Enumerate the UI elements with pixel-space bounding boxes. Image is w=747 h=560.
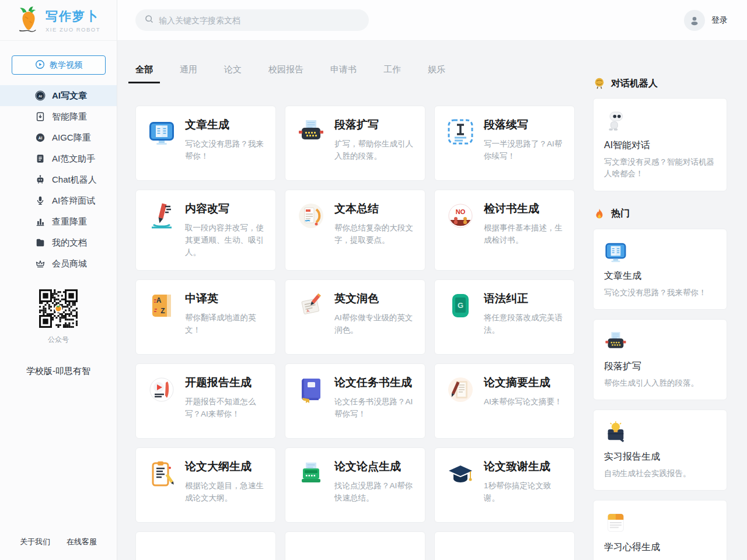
- tool-card-thesis-thanks[interactable]: 论文致谢生成 1秒帮你搞定论文致谢。: [434, 447, 575, 523]
- sidebar-item-my-docs[interactable]: 我的文档: [0, 232, 117, 253]
- grammar-green-icon: G: [446, 292, 474, 342]
- tool-card-thesis-outline[interactable]: 论文大纲生成 根据论文题目，急速生成论文大纲。: [135, 447, 276, 523]
- pen-red-icon: [148, 202, 176, 258]
- carrot-logo-icon: [16, 5, 41, 36]
- svg-text:NO: NO: [456, 208, 466, 215]
- tool-card-grammar-fix[interactable]: G 语法纠正 将任意段落改成完美语法。: [434, 279, 575, 355]
- online-support-link[interactable]: 在线客服: [67, 537, 97, 547]
- tool-card-desc: 帮你翻译成地道的英文！: [185, 312, 264, 336]
- tab-label: 申请书: [330, 64, 357, 74]
- tool-card-desc: 根据论文题目，急速生成论文大纲。: [185, 480, 264, 504]
- tool-card-title: 检讨书生成: [484, 202, 563, 216]
- hot-card-title: 学习心得生成: [604, 541, 716, 554]
- tool-card-desc: AI来帮你写论文摘要！: [484, 396, 562, 408]
- sidebar-item-vip-shop[interactable]: 会员商城: [0, 253, 117, 274]
- tool-cards-grid: 文章生成 写论文没有思路？我来帮你！ 段落扩写 扩写，帮助你生成引人入胜的段落。…: [135, 106, 575, 523]
- tab-application[interactable]: 申请书: [330, 64, 357, 83]
- avatar-icon: [684, 10, 705, 31]
- tool-card-content-rewrite[interactable]: 内容改写 取一段内容并改写，使其更通顺、生动、吸引人。: [135, 190, 276, 271]
- qr-code: [0, 289, 117, 330]
- tab-thesis[interactable]: 论文: [224, 64, 242, 83]
- search-input[interactable]: [159, 16, 360, 25]
- ai-circle-icon: AI: [35, 90, 46, 101]
- tab-all[interactable]: 全部: [135, 64, 153, 83]
- about-us-link[interactable]: 关于我们: [20, 537, 50, 547]
- sidebar-item-sample-helper[interactable]: AI范文助手: [0, 148, 117, 169]
- chatbot-card-desc: 写文章没有灵感？智能对话机器人啥都会！: [604, 156, 716, 180]
- sidebar-item-aigc-reduce[interactable]: AI AIGC降重: [0, 127, 117, 148]
- tool-card-title: 段落续写: [484, 118, 563, 132]
- tool-card-text-summary[interactable]: 文本总结 帮你总结复杂的大段文字，提取要点。: [285, 190, 425, 271]
- tool-card-desc: 找论点没思路？AI帮你快速总结。: [334, 480, 413, 504]
- book-blue-icon: [148, 118, 176, 169]
- tool-card-title: 段落扩写: [334, 118, 413, 132]
- bar-chart-icon: [35, 216, 46, 227]
- tab-label: 工作: [383, 64, 401, 74]
- sidebar-item-chat-robot[interactable]: Chat机器人: [0, 169, 117, 190]
- hot-card-article-gen[interactable]: 文章生成 写论文没有思路？我来帮你！: [593, 229, 727, 310]
- tool-card-desc: 开题报告不知道怎么写？AI来帮你！: [185, 396, 264, 420]
- hot-card-study-reflection[interactable]: 学习心得生成: [593, 500, 727, 560]
- book-blue-icon: [604, 240, 716, 263]
- hot-section-title: 热门: [611, 208, 630, 220]
- login-area[interactable]: 登录: [684, 10, 728, 31]
- svg-text:Z: Z: [160, 307, 165, 315]
- typewriter-dark-icon: [604, 330, 716, 354]
- typewriter-dark-icon: [297, 118, 325, 169]
- sidebar-item-defense[interactable]: AI答辩面试: [0, 190, 117, 211]
- hot-card-paragraph-expand[interactable]: 段落扩写 帮你生成引人入胜的段落。: [593, 319, 727, 400]
- sidebar-item-ai-write[interactable]: AI AI写文章: [0, 85, 117, 106]
- login-label: 登录: [711, 15, 728, 26]
- tool-card-partial[interactable]: [285, 531, 425, 560]
- hot-section-header: 热门: [593, 208, 727, 220]
- tool-card-self-criticism[interactable]: NO 检讨书生成 根据事件基本描述，生成检讨书。: [434, 190, 575, 271]
- az-orange-icon: AZ: [148, 292, 176, 342]
- tool-card-desc: 帮你总结复杂的大段文字，提取要点。: [334, 222, 413, 246]
- tool-card-desc: 写一半没思路了？AI帮你续写！: [484, 138, 563, 162]
- tool-card-partial[interactable]: [135, 531, 276, 560]
- tool-card-proposal-report[interactable]: 开题报告生成 开题报告不知道怎么写？AI来帮你！: [135, 363, 276, 439]
- tool-card-paragraph-expand[interactable]: 段落扩写 扩写，帮助你生成引人入胜的段落。: [285, 106, 425, 181]
- top-bar: 登录: [117, 0, 747, 41]
- tool-card-thesis-argument[interactable]: 论文论点生成 找论点没思路？AI帮你快速总结。: [285, 447, 425, 523]
- clipboard-pen-icon: [446, 376, 474, 426]
- robot-icon: [35, 174, 46, 185]
- sidebar-item-check-reduce[interactable]: 查重降重: [0, 211, 117, 232]
- crown-icon: [35, 258, 46, 269]
- tool-card-title: 内容改写: [185, 202, 264, 216]
- tab-fun[interactable]: 娱乐: [428, 64, 445, 83]
- tutorial-video-button[interactable]: 教学视频: [12, 55, 106, 75]
- svg-text:A: A: [156, 296, 162, 304]
- hot-card-title: 实习报告生成: [604, 451, 716, 463]
- hot-card-internship-report[interactable]: 实习报告生成 自动生成社会实践报告。: [593, 410, 727, 491]
- play-doc-icon: [148, 376, 176, 426]
- tool-card-zh-to-en[interactable]: AZ 中译英 帮你翻译成地道的英文！: [135, 279, 276, 355]
- logo[interactable]: 写作萝卜 XIE ZUO ROBOT: [0, 0, 117, 41]
- tab-label: 娱乐: [428, 64, 445, 74]
- folder-icon: [35, 237, 46, 248]
- search-bar[interactable]: [135, 9, 369, 31]
- flame-icon: [593, 208, 606, 220]
- tool-card-article-gen[interactable]: 文章生成 写论文没有思路？我来帮你！: [135, 106, 276, 181]
- sidebar-item-smart-reduce[interactable]: 智能降重: [0, 106, 117, 127]
- tool-card-thesis-task[interactable]: 论文任务书生成 论文任务书没思路？AI帮你写！: [285, 363, 425, 439]
- chatbot-card-ai-chat[interactable]: AI智能对话 写文章没有灵感？智能对话机器人啥都会！: [593, 98, 727, 191]
- qr-block: 公众号: [0, 289, 117, 345]
- hot-card-title: 文章生成: [604, 270, 716, 282]
- tool-card-title: 英文润色: [334, 292, 413, 306]
- robot-brain-icon: [593, 77, 606, 90]
- microphone-icon: [35, 195, 46, 206]
- app-subtitle: XIE ZUO ROBOT: [46, 26, 100, 33]
- tool-card-en-polish[interactable]: A 英文润色 AI帮你做专业级的英文润色。: [285, 279, 425, 355]
- tool-card-title: 文章生成: [185, 118, 264, 132]
- hot-card-title: 段落扩写: [604, 360, 716, 373]
- tab-general[interactable]: 通用: [180, 64, 197, 83]
- tab-work[interactable]: 工作: [383, 64, 401, 83]
- tool-card-thesis-abstract[interactable]: 论文摘要生成 AI来帮你写论文摘要！: [434, 363, 575, 439]
- doc-icon: [35, 153, 46, 164]
- tab-school-report[interactable]: 校园报告: [268, 64, 303, 83]
- tool-card-partial[interactable]: [434, 531, 575, 560]
- app-title: 写作萝卜: [46, 8, 100, 24]
- tool-card-desc: 1秒帮你搞定论文致谢。: [484, 480, 563, 504]
- tool-card-paragraph-continue[interactable]: 段落续写 写一半没思路了？AI帮你续写！: [434, 106, 575, 181]
